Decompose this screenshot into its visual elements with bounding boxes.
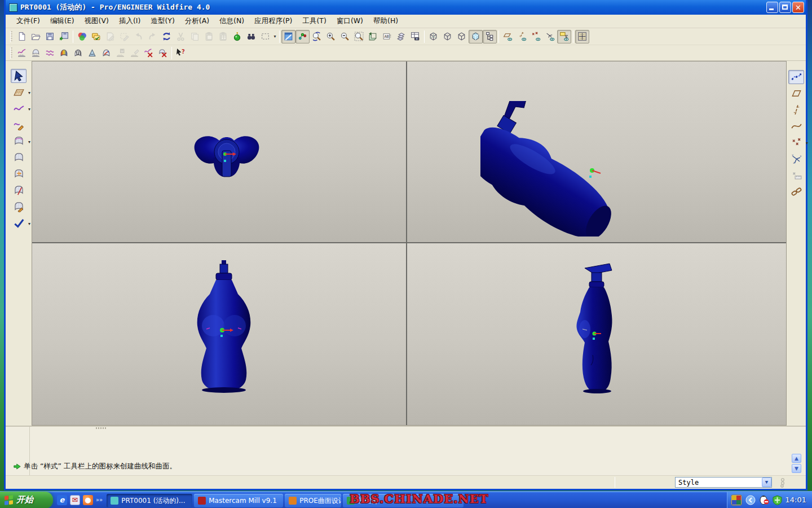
viewport-side[interactable]: [407, 243, 786, 425]
layers-icon[interactable]: [394, 30, 408, 43]
chevron-down-icon[interactable]: ▾: [28, 107, 30, 112]
spin-center-ball-icon[interactable]: [230, 30, 244, 43]
model-top-view[interactable]: [190, 128, 263, 185]
internal-plane-icon[interactable]: ▾: [11, 85, 27, 99]
surface-connect-icon[interactable]: [11, 167, 27, 181]
taskbar-clock[interactable]: 14:01: [785, 496, 806, 504]
model-front-view[interactable]: [193, 259, 255, 395]
menu-item-0[interactable]: 文件(F): [11, 15, 45, 28]
close-button[interactable]: ✕: [792, 2, 804, 13]
toolbar-grip[interactable]: [10, 47, 12, 59]
model-side-view[interactable]: [568, 260, 630, 396]
menu-item-5[interactable]: 分析(A): [180, 15, 214, 28]
link-tool-icon[interactable]: [788, 185, 804, 199]
curve-through-points-icon[interactable]: [788, 70, 804, 84]
collapse-chevron-icon[interactable]: [745, 495, 756, 505]
point-tool-icon[interactable]: ▾: [788, 135, 804, 150]
csys-display-icon[interactable]: [543, 30, 557, 43]
view-manager-icon[interactable]: [408, 30, 422, 43]
menu-item-2[interactable]: 视图(V): [80, 15, 114, 28]
named-views-icon[interactable]: AB: [380, 30, 394, 43]
shield-icon[interactable]: [773, 495, 782, 505]
message-scrollbar[interactable]: ▲ ▼: [792, 454, 801, 474]
model-tree-toggle-icon[interactable]: [483, 30, 497, 43]
wave-analysis-icon[interactable]: [43, 46, 57, 60]
menu-item-6[interactable]: 信息(N): [214, 15, 249, 28]
save-icon[interactable]: [43, 30, 57, 43]
viewport-top-right[interactable]: [407, 62, 786, 242]
zoom-spin-icon[interactable]: [310, 30, 324, 43]
menu-item-7[interactable]: 应用程序(P): [249, 15, 297, 28]
edit-curve-icon[interactable]: [11, 200, 27, 214]
style-done-icon[interactable]: ▾: [11, 216, 27, 230]
regenerate-icon[interactable]: [160, 30, 174, 43]
taskbar-task-mastercam-task[interactable]: Mastercam Mill v9.1: [194, 494, 283, 507]
draft-analysis-icon[interactable]: [99, 46, 113, 60]
shading-icon[interactable]: [469, 30, 483, 43]
chevron-down-icon[interactable]: ▾: [28, 90, 30, 95]
scroll-down-icon[interactable]: ▼: [792, 464, 801, 473]
model-setup-icon[interactable]: [89, 30, 103, 43]
surface-analysis-icon[interactable]: [29, 46, 43, 60]
zoom-in-icon[interactable]: [324, 30, 338, 43]
trim-surface-icon[interactable]: [11, 183, 27, 198]
curve-tool-icon[interactable]: [788, 119, 804, 133]
no-hidden-icon[interactable]: [454, 30, 469, 43]
reflection-analysis-icon[interactable]: [71, 46, 85, 60]
select-arrow-icon[interactable]: [11, 69, 27, 83]
hidden-line-icon[interactable]: [440, 30, 454, 43]
ime-icon[interactable]: [731, 494, 742, 506]
chevron-down-icon[interactable]: ▾: [272, 30, 277, 43]
menu-item-1[interactable]: 编辑(E): [45, 15, 80, 28]
zoom-out-icon[interactable]: [338, 30, 352, 43]
media-icon[interactable]: ●: [83, 495, 93, 505]
message-sash[interactable]: [6, 427, 806, 430]
sketch-curve-icon[interactable]: [11, 118, 27, 132]
style-surface-icon[interactable]: ▾: [11, 134, 27, 148]
start-button[interactable]: 开始: [0, 492, 53, 508]
boundary-surface-icon[interactable]: [11, 151, 27, 165]
entity-points-icon[interactable]: [295, 30, 310, 43]
menu-item-8[interactable]: 工具(T): [297, 15, 331, 28]
context-help-icon[interactable]: ?: [174, 46, 188, 60]
plane-tool-icon[interactable]: [788, 86, 804, 100]
chevron-down-icon[interactable]: ▼: [762, 478, 771, 487]
csys-tool-icon[interactable]: yxz: [788, 152, 804, 166]
annotation-display-icon[interactable]: Z: [557, 30, 571, 43]
wireframe-icon[interactable]: [426, 30, 440, 43]
point-display-icon[interactable]: [529, 30, 543, 43]
new-file-icon[interactable]: [15, 30, 29, 43]
toolbar-grip[interactable]: [10, 31, 12, 42]
shaded-curvature-icon[interactable]: [57, 46, 71, 60]
chevron-down-icon[interactable]: ▾: [806, 141, 808, 146]
graphics-area[interactable]: [32, 61, 787, 426]
chevron-down-icon[interactable]: ▾: [28, 139, 30, 144]
mail-icon[interactable]: ✉: [70, 495, 80, 505]
delete-curvature-icon[interactable]: [142, 46, 156, 60]
curvature-analysis-icon[interactable]: [15, 46, 29, 60]
reorient-view-icon[interactable]: [366, 30, 380, 43]
filter-combobox[interactable]: Style ▼: [675, 477, 772, 488]
qq-blocked-icon[interactable]: [759, 495, 769, 505]
chevron-down-icon[interactable]: ▾: [28, 221, 30, 226]
ie-icon[interactable]: e: [57, 495, 67, 505]
datum-plane-display-icon[interactable]: [501, 30, 515, 43]
delete-surface-analysis-icon[interactable]: [156, 46, 170, 60]
axis-tool-icon[interactable]: [788, 103, 804, 117]
maximize-button[interactable]: [779, 2, 791, 13]
scroll-up-icon[interactable]: ▲: [792, 454, 801, 463]
menu-item-10[interactable]: 帮助(H): [368, 15, 403, 28]
datum-axis-display-icon[interactable]: [515, 30, 529, 43]
minimize-button[interactable]: [766, 2, 778, 13]
sketcher-grid-icon[interactable]: [575, 30, 589, 43]
shade-model-icon[interactable]: [281, 30, 295, 43]
find-icon[interactable]: [244, 30, 258, 43]
refit-icon[interactable]: [352, 30, 366, 43]
select-box-icon[interactable]: [258, 30, 272, 43]
menu-item-3[interactable]: 插入(I): [114, 15, 145, 28]
taskbar-task-proe-task[interactable]: PRT0001 (活动的)...: [107, 494, 192, 507]
viewport-front[interactable]: [32, 243, 406, 425]
model-iso-view[interactable]: [480, 101, 667, 237]
menu-item-9[interactable]: 窗口(W): [332, 15, 368, 28]
overflow-chevron[interactable]: »»: [96, 497, 103, 503]
